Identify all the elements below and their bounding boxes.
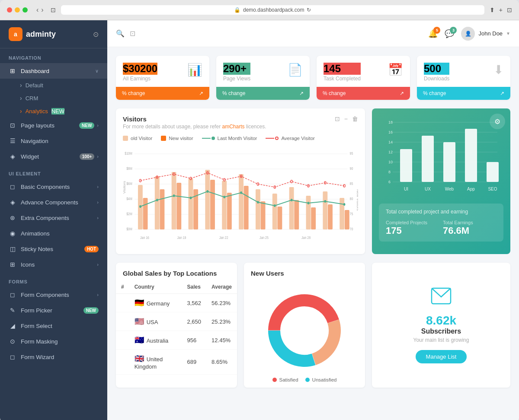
- row-country: 🇦🇺Australia: [129, 331, 182, 350]
- back-icon[interactable]: ‹: [36, 6, 38, 14]
- sidebar-toggle[interactable]: ⊙: [93, 30, 99, 38]
- sidebar-item-animations[interactable]: ◉ Animations: [0, 226, 107, 241]
- form-components-label: Form Components: [21, 292, 69, 298]
- animations-icon: ◉: [9, 230, 16, 237]
- visitors-panel-title-area: Visitors For more details about usage, p…: [123, 115, 266, 130]
- svg-point-104: [281, 307, 328, 354]
- earnings-label: Total Earnings: [443, 220, 497, 225]
- sidebar-item-form-select[interactable]: ◢ Form Select: [0, 318, 107, 334]
- sidebar-item-advance-components[interactable]: ◈ Advance Components ›: [0, 194, 107, 210]
- col-sales: Sales: [182, 280, 207, 294]
- advance-components-arrow: ›: [97, 200, 99, 205]
- close-panel-icon[interactable]: 🗑: [352, 115, 358, 122]
- close-dot[interactable]: [7, 7, 12, 13]
- sidebar-item-dashboard[interactable]: ⊞ Dashboard ∨: [0, 63, 107, 79]
- row-sales: 2,650: [182, 312, 207, 331]
- row-sales: 3,562: [182, 294, 207, 312]
- row-country: 🇩🇪Germany: [129, 294, 182, 312]
- panels-row: Visitors For more details about usage, p…: [116, 108, 510, 254]
- sidebar-item-icons[interactable]: ⊞ Icons ›: [0, 257, 107, 272]
- messages-button[interactable]: 💬 3: [445, 29, 454, 38]
- svg-point-47: [156, 199, 158, 201]
- svg-rect-40: [261, 201, 266, 229]
- form-select-label: Form Select: [21, 323, 52, 329]
- legend-satisfied: Satisfied: [272, 377, 298, 382]
- sticky-notes-label: Sticky Notes: [21, 246, 53, 252]
- messages-badge: 3: [450, 27, 457, 34]
- logo-text: adminty: [26, 30, 56, 39]
- svg-text:90: 90: [350, 166, 353, 171]
- subscriber-desc: Your main list is growing: [413, 337, 469, 343]
- sidebar-item-page-layouts[interactable]: ⊡ Page layouts NEW ›: [0, 118, 107, 133]
- sidebar-item-form-components[interactable]: ◻ Form Components ›: [0, 287, 107, 302]
- sidebar-item-sticky-notes[interactable]: ◫ Sticky Notes HOT: [0, 241, 107, 257]
- sidebar-item-form-picker[interactable]: ✎ Form Picker NEW: [0, 302, 107, 318]
- row-num: [116, 350, 129, 375]
- stat-bottom-tasks[interactable]: % change ↗: [317, 87, 410, 100]
- stat-icon-tasks: 📅: [388, 63, 403, 77]
- stat-change-label-pageviews: % change: [222, 90, 245, 96]
- widget-label: Widget: [21, 153, 39, 160]
- icons-arrow: ›: [97, 262, 99, 267]
- form-select-icon: ◢: [9, 322, 16, 329]
- svg-text:New Visitors: New Visitors: [356, 189, 358, 211]
- stat-card-top-tasks: 145 Task Completed 📅: [317, 56, 410, 87]
- svg-rect-31: [323, 191, 327, 229]
- notifications-button[interactable]: 🔔 5: [428, 29, 438, 38]
- form-picker-icon: ✎: [9, 307, 16, 314]
- svg-point-46: [139, 205, 141, 208]
- stat-bottom-pageviews[interactable]: % change ↗: [216, 87, 310, 100]
- reload-icon[interactable]: ↻: [307, 7, 311, 13]
- sidebar-item-basic-components[interactable]: ◻ Basic Components ›: [0, 179, 107, 194]
- row-num: [116, 331, 129, 350]
- new-tab-icon[interactable]: +: [499, 6, 503, 13]
- share-icon[interactable]: ⬆: [490, 6, 495, 13]
- sidebar-item-form-wizard[interactable]: ◻ Form Wizard: [0, 349, 107, 365]
- table-row: 🇺🇸USA 2,650 25.23%: [116, 312, 237, 331]
- sidebar-item-widget[interactable]: ◈ Widget 100+ ›: [0, 149, 107, 164]
- legend-label-last: Last Month Visitor: [218, 136, 257, 141]
- svg-point-53: [257, 201, 259, 204]
- sidebar-item-extra-components[interactable]: ⊛ Extra Components ›: [0, 210, 107, 226]
- address-bar[interactable]: 🔒 demo.dashboardpack.com ↻: [61, 5, 484, 15]
- sticky-notes-icon: ◫: [9, 245, 16, 252]
- tab-list-icon[interactable]: ⊡: [507, 6, 512, 13]
- table-row: 🇩🇪Germany 3,562 56.23%: [116, 294, 237, 312]
- svg-text:80: 80: [350, 197, 353, 201]
- unsatisfied-dot: [305, 378, 310, 382]
- sidebar-subitem-default[interactable]: Default: [0, 79, 107, 92]
- user-name: John Doe: [478, 30, 503, 37]
- page-layouts-icon: ⊡: [9, 122, 16, 129]
- amcharts-link[interactable]: amCharts: [222, 124, 244, 130]
- svg-text:75: 75: [350, 212, 353, 216]
- stat-bottom-downloads[interactable]: % change ↗: [417, 87, 510, 100]
- forward-icon[interactable]: ›: [41, 6, 43, 14]
- earnings-value: 76.6M: [443, 225, 497, 236]
- user-menu[interactable]: 👤 John Doe ▼: [461, 27, 510, 41]
- search-icon[interactable]: 🔍: [116, 29, 125, 38]
- minimize-panel-icon[interactable]: −: [344, 115, 348, 122]
- expand-panel-icon[interactable]: ⊡: [335, 115, 340, 122]
- stat-icon-pageviews: 📄: [288, 63, 303, 77]
- stat-change-label-earnings: % change: [122, 90, 145, 96]
- gear-button[interactable]: ⚙: [490, 114, 505, 129]
- svg-point-55: [291, 199, 293, 201]
- svg-text:$2M: $2M: [126, 212, 132, 216]
- minimize-dot[interactable]: [15, 7, 20, 13]
- manage-list-button[interactable]: Manage List: [416, 350, 467, 363]
- stat-card-tasks: 145 Task Completed 📅 % change ↗: [317, 56, 410, 100]
- stat-icon-earnings: 📊: [187, 63, 202, 77]
- stat-change-label-downloads: % change: [423, 90, 446, 96]
- sidebar-subitem-crm[interactable]: CRM: [0, 92, 107, 105]
- maximize-dot[interactable]: [22, 7, 28, 13]
- row-num: [116, 294, 129, 312]
- expand-icon[interactable]: ⊡: [130, 29, 135, 38]
- sidebar-item-navigation[interactable]: ☰ Navigation: [0, 133, 107, 149]
- stat-bottom-earnings[interactable]: % change ↗: [116, 87, 209, 100]
- svg-text:$4M: $4M: [126, 197, 132, 201]
- sidebar-subitem-analytics[interactable]: Analytics NEW: [0, 105, 107, 118]
- form-masking-icon: ⊙: [9, 338, 16, 345]
- subscriber-count: 8.62k: [426, 314, 456, 328]
- stat-card-top-pageviews: 290+ Page Views 📄: [216, 56, 310, 87]
- sidebar-item-form-masking[interactable]: ⊙ Form Masking: [0, 334, 107, 349]
